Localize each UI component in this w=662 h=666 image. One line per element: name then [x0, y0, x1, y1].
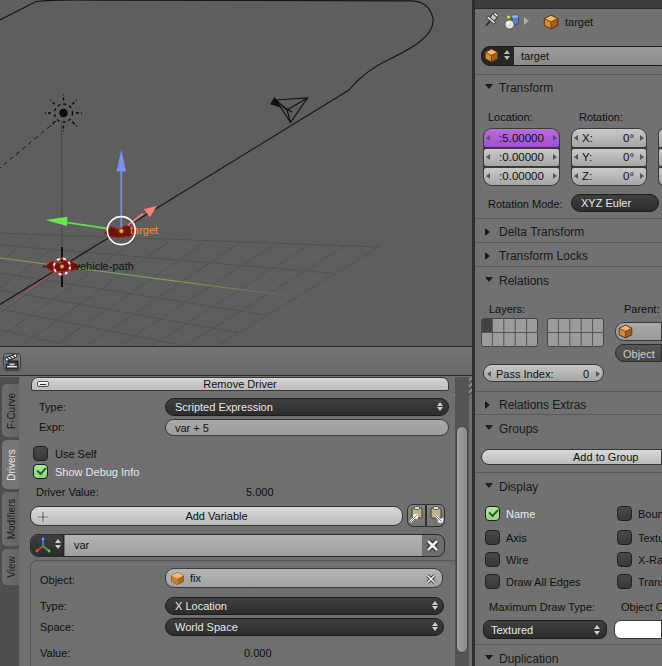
svg-text:vehicle-path: vehicle-path: [75, 260, 134, 272]
